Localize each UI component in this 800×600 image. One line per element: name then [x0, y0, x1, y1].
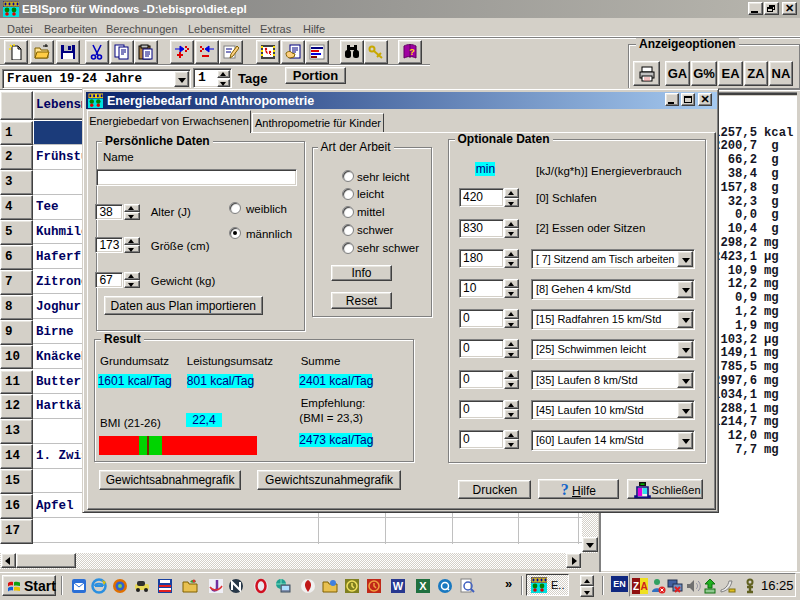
svg-text:A: A [640, 581, 647, 592]
svg-text:W: W [393, 580, 404, 592]
svg-text:X: X [419, 580, 427, 592]
svg-text:Z: Z [633, 581, 639, 592]
svg-text:?: ? [409, 47, 415, 57]
